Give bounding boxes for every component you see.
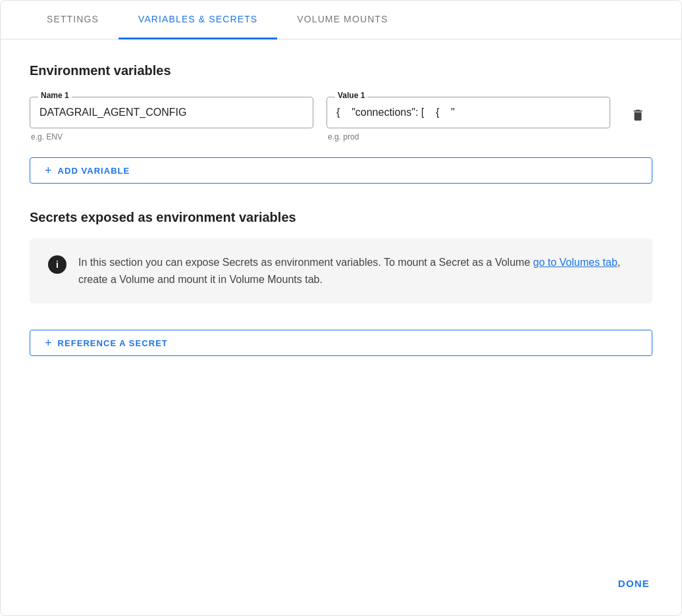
trash-icon — [631, 108, 645, 125]
value-input[interactable] — [336, 107, 600, 118]
name-field-hint: e.g. ENV — [31, 132, 313, 141]
name-input[interactable] — [39, 107, 303, 118]
info-text: In this section you can expose Secrets a… — [78, 254, 634, 288]
tabs-bar: SETTINGS VARIABLES & SECRETS VOLUME MOUN… — [1, 1, 681, 39]
info-box: i In this section you can expose Secrets… — [30, 238, 652, 303]
tab-settings[interactable]: SETTINGS — [27, 1, 118, 39]
value-field-group: Value 1 e.g. prod — [327, 97, 610, 141]
main-container: SETTINGS VARIABLES & SECRETS VOLUME MOUN… — [0, 0, 682, 616]
env-variable-row: Name 1 e.g. ENV Value 1 e.g. prod — [30, 97, 652, 141]
info-icon: i — [48, 255, 66, 274]
value-field-hint: e.g. prod — [328, 132, 610, 141]
plus-icon-2: + — [45, 337, 53, 349]
go-to-volumes-link[interactable]: go to Volumes tab — [533, 257, 617, 268]
reference-secret-button[interactable]: + REFERENCE A SECRET — [30, 330, 652, 356]
name-field-wrapper: Name 1 — [30, 97, 313, 128]
delete-variable-button[interactable] — [623, 102, 652, 131]
add-variable-label: ADD VARIABLE — [58, 166, 130, 176]
secrets-section-title: Secrets exposed as environment variables — [30, 210, 652, 225]
plus-icon: + — [45, 165, 53, 176]
value-field-label: Value 1 — [335, 91, 367, 100]
add-variable-button[interactable]: + ADD VARIABLE — [30, 157, 652, 184]
footer: DONE — [1, 562, 681, 615]
done-button[interactable]: DONE — [616, 573, 652, 594]
name-field-group: Name 1 e.g. ENV — [30, 97, 313, 141]
env-variables-title: Environment variables — [30, 63, 652, 78]
reference-secret-label: REFERENCE A SECRET — [58, 338, 168, 348]
main-content: Environment variables Name 1 e.g. ENV Va… — [1, 39, 681, 562]
value-field-wrapper: Value 1 — [327, 97, 610, 128]
info-text-before-link: In this section you can expose Secrets a… — [78, 257, 533, 268]
tab-variables-secrets[interactable]: VARIABLES & SECRETS — [118, 1, 277, 39]
tab-volume-mounts[interactable]: VOLUME MOUNTS — [277, 1, 407, 39]
name-field-label: Name 1 — [38, 91, 72, 100]
